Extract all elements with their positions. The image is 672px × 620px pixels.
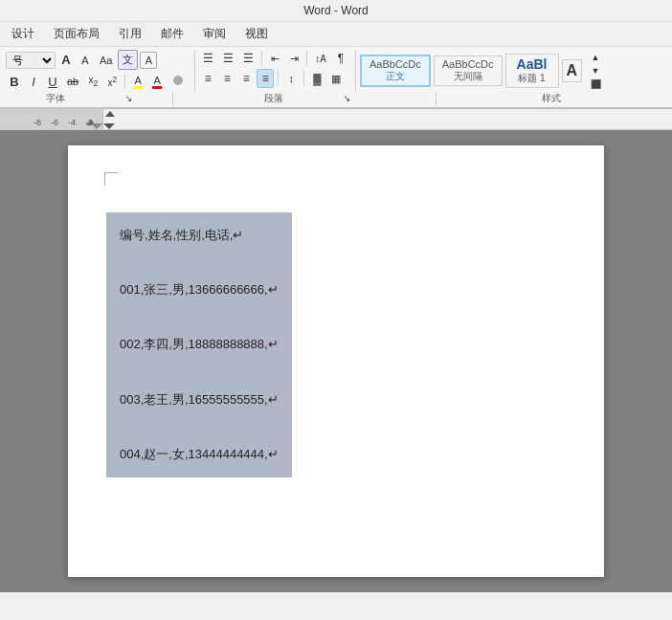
list-multi-btn[interactable]: ☰ xyxy=(239,50,258,67)
section-label-para: 段落 ↘ xyxy=(173,92,437,105)
ruler: -2 -4 -6 -8 2 4 6 8 10 12 14 16 18 20 22… xyxy=(0,109,672,130)
highlight-btn[interactable]: A xyxy=(129,73,146,91)
svg-point-0 xyxy=(173,76,183,85)
strikethrough-btn[interactable]: ab xyxy=(63,74,82,89)
style-extra-preview: A xyxy=(567,62,578,79)
doc-line-1: 001,张三,男,13666666666,↵ xyxy=(120,277,279,304)
style-no-spacing-preview: AaBbCcDc xyxy=(442,58,494,70)
menu-references[interactable]: 引用 xyxy=(115,24,146,44)
subscript-btn[interactable]: x2 xyxy=(84,73,101,90)
style-heading1-preview: AaBl xyxy=(517,56,548,72)
list-bullet-btn[interactable]: ☰ xyxy=(199,50,217,67)
menu-bar: 设计 页面布局 引用 邮件 审阅 视图 xyxy=(0,22,672,47)
borders-btn[interactable]: ▦ xyxy=(327,71,345,87)
font-box-btn[interactable]: A xyxy=(140,52,157,69)
font-color-btn[interactable]: A xyxy=(148,73,166,91)
font-name-select[interactable]: 号 xyxy=(6,52,56,69)
style-normal[interactable]: AaBbCcDc 正文 xyxy=(360,55,431,87)
style-extra[interactable]: A xyxy=(562,59,583,82)
doc-line-0: 编号,姓名,性别,电话,↵ xyxy=(120,222,279,250)
ribbon: 号 A A Aa 文 A B I U ab x2 x2 A A xyxy=(0,47,672,109)
doc-line-spacer1 xyxy=(120,304,279,332)
doc-line-spacer0 xyxy=(120,250,279,277)
line-spacing-btn[interactable]: ↕ xyxy=(282,71,300,86)
page-corner-mark xyxy=(104,172,118,186)
style-no-spacing-label: 无间隔 xyxy=(454,70,482,83)
selected-text-block[interactable]: 编号,姓名,性别,电话,↵ 001,张三,男,13666666666,↵ 002… xyxy=(106,212,292,477)
list-number-btn[interactable]: ☰ xyxy=(219,50,237,67)
font-wenzhi-btn[interactable]: 文 xyxy=(118,50,138,70)
font-size-increase[interactable]: A xyxy=(57,51,75,69)
styles-scroll-down[interactable]: ▼ xyxy=(587,65,604,77)
doc-line-2: 002,李四,男,18888888888,↵ xyxy=(120,331,279,359)
font-shading-btn[interactable] xyxy=(168,72,189,91)
styles-scroll-up[interactable]: ▲ xyxy=(587,52,604,63)
doc-line-3: 003,老王,男,16555555555,↵ xyxy=(120,387,279,414)
style-heading1-label: 标题 1 xyxy=(518,72,545,85)
doc-line-spacer3 xyxy=(120,413,279,441)
shading-para-btn[interactable]: ▓ xyxy=(308,71,325,86)
justify-btn[interactable]: ≡ xyxy=(257,69,274,88)
title-text: Word - Word xyxy=(303,4,369,17)
styles-scroll[interactable]: ▲ ▼ ⬛ xyxy=(587,52,604,90)
align-right-btn[interactable]: ≡ xyxy=(237,70,255,87)
align-center-btn[interactable]: ≡ xyxy=(218,70,235,87)
align-left-btn[interactable]: ≡ xyxy=(199,70,216,87)
italic-btn[interactable]: I xyxy=(25,73,42,91)
style-normal-label: 正文 xyxy=(386,70,405,83)
menu-review[interactable]: 审阅 xyxy=(199,24,230,44)
underline-btn[interactable]: U xyxy=(44,73,61,91)
font-size-decrease[interactable]: A xyxy=(77,53,94,68)
section-label-font: 字体 ↘ xyxy=(6,92,173,105)
doc-line-4: 004,赵一,女,13444444444,↵ xyxy=(120,441,279,469)
styles-more[interactable]: ⬛ xyxy=(587,78,604,90)
font-aa-btn[interactable]: Aa xyxy=(96,53,116,68)
document-area[interactable]: 编号,姓名,性别,电话,↵ 001,张三,男,13666666666,↵ 002… xyxy=(0,130,672,592)
style-no-spacing[interactable]: AaBbCcDc 无间隔 xyxy=(434,55,503,86)
menu-mail[interactable]: 邮件 xyxy=(157,24,188,44)
style-normal-preview: AaBbCcDc xyxy=(370,58,421,70)
superscript-btn[interactable]: x2 xyxy=(103,73,121,90)
menu-design[interactable]: 设计 xyxy=(8,24,38,44)
title-bar: Word - Word xyxy=(0,0,672,22)
indent-decrease-btn[interactable]: ⇤ xyxy=(266,51,283,67)
pilcrow-btn[interactable]: ¶ xyxy=(332,50,349,67)
sort-btn[interactable]: ↕A xyxy=(311,52,330,66)
style-heading1[interactable]: AaBl 标题 1 xyxy=(505,54,559,88)
menu-layout[interactable]: 页面布局 xyxy=(50,24,103,44)
section-label-styles: 样式 xyxy=(437,92,666,105)
indent-increase-btn[interactable]: ⇥ xyxy=(285,51,302,67)
menu-view[interactable]: 视图 xyxy=(241,24,272,44)
document-page: 编号,姓名,性别,电话,↵ 001,张三,男,13666666666,↵ 002… xyxy=(68,145,604,577)
doc-line-spacer2 xyxy=(120,359,279,387)
bold-btn[interactable]: B xyxy=(6,73,23,91)
